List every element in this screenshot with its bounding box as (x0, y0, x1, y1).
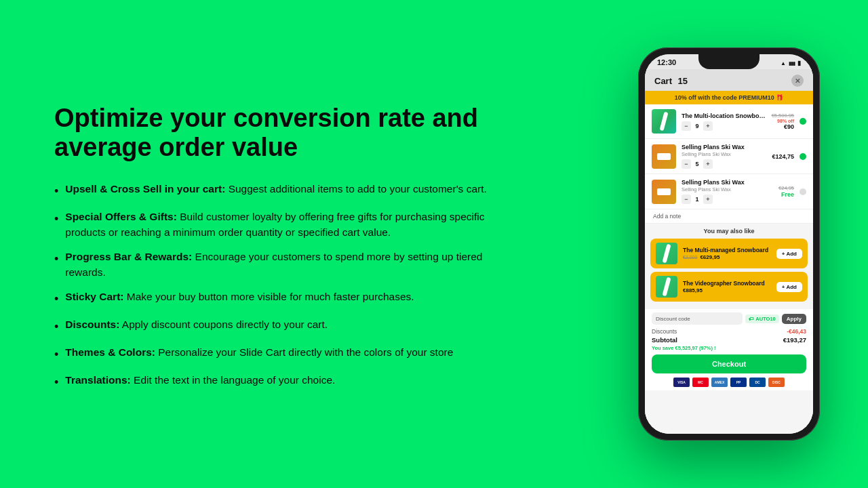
cart-header: Cart 15 ✕ (645, 69, 813, 91)
paypal-icon: PP (730, 378, 747, 387)
upsell-item-1-name: The Multi-managed Snowboard (683, 247, 771, 253)
discount-code-input[interactable]: Discount code (652, 312, 743, 325)
status-time: 12:30 (657, 58, 676, 66)
feature-text-discounts: Discounts: Apply discount coupons direct… (65, 317, 328, 332)
upsell-item-2: The Videographer Snowboard €885,95 + Add (650, 272, 808, 302)
feature-item-discounts: Discounts: Apply discount coupons direct… (54, 317, 515, 336)
cart-close-button[interactable]: ✕ (791, 75, 804, 87)
item-2-image (652, 144, 676, 169)
item-3-name: Selling Plans Ski Wax (682, 179, 773, 186)
cart-count: 15 (677, 76, 687, 86)
page-headline: Optimize your conversion rate and averag… (54, 104, 515, 163)
upsell-item-1-info: The Multi-managed Snowboard €2,000 €629,… (683, 247, 771, 260)
item-2-qty-increase[interactable]: + (703, 159, 713, 169)
feature-item-translations: Translations: Edit the text in the langu… (54, 373, 515, 391)
wifi-icon (781, 58, 786, 66)
feature-text-sticky-cart: Sticky Cart: Make your buy button more v… (65, 289, 414, 304)
item-1-dot (800, 118, 806, 125)
item-1-old-price: €5,500.95 (772, 113, 794, 119)
upsell-item-1: The Multi-managed Snowboard €2,000 €629,… (650, 239, 808, 268)
item-1-image (652, 109, 676, 134)
upsell-item-2-new: €885,95 (683, 287, 703, 293)
discount-tag: 🏷 AUTO10 (745, 314, 778, 323)
upsell-section-title: You may also like (650, 228, 808, 235)
feature-text-progress-bar: Progress Bar & Rewards: Encourage your c… (65, 249, 515, 280)
upsell-item-1-new: €629,95 (700, 254, 719, 260)
left-column: Optimize your conversion rate and averag… (54, 27, 604, 461)
item-1-name: The Multi-location Snowboard (682, 113, 766, 119)
cart-item-2: Selling Plans Ski Wax Selling Plans Ski … (645, 139, 813, 174)
cart-title: Cart (654, 76, 672, 86)
right-column: 12:30 Cart 15 ✕ (631, 27, 827, 461)
item-2-name: Selling Plans Ski Wax (682, 144, 766, 150)
wax-icon-2 (657, 188, 671, 195)
upsell-item-1-prices: €2,000 €629,95 (683, 254, 771, 260)
cart-footer: Discount code 🏷 AUTO10 Apply Discounts (645, 309, 813, 390)
item-2-sub: Selling Plans Ski Wax (682, 151, 766, 157)
phone-screen: 12:30 Cart 15 ✕ (645, 54, 813, 434)
item-3-image (652, 180, 676, 204)
upsell-item-1-image (656, 243, 677, 264)
item-2-price: €124,75 (772, 153, 794, 160)
upsell-section: You may also like The Multi-managed Snow… (645, 224, 813, 309)
item-3-qty-val: 1 (694, 196, 701, 203)
item-1-qty-increase[interactable]: + (703, 121, 713, 131)
diners-icon: DC (749, 378, 766, 387)
discover-icon: DISC (768, 378, 785, 387)
upsell-item-2-name: The Videographer Snowboard (683, 280, 771, 287)
item-1-qty-val: 9 (694, 123, 701, 129)
upsell-item-1-old: €2,000 (683, 255, 697, 260)
page-layout: Optimize your conversion rate and averag… (0, 0, 868, 488)
features-list: Upsell & Cross Sell in your cart: Sugges… (54, 182, 604, 391)
upsell-item-2-add-button[interactable]: + Add (776, 282, 802, 292)
wax-icon-1 (657, 153, 671, 160)
feature-text-themes: Themes & Colors: Personalize your Slide … (65, 345, 453, 360)
payment-icons: VISA MC AMEX PP DC DISC (652, 378, 806, 387)
item-3-qty-control: − 1 + (682, 195, 773, 204)
amex-icon: AMEX (711, 378, 728, 387)
item-1-qty-control: − 9 + (682, 121, 766, 131)
item-2-dot (800, 153, 806, 160)
discounts-amount: -€46,43 (787, 328, 806, 335)
upsell-item-2-image (656, 276, 677, 298)
cart-item-3: Selling Plans Ski Wax Selling Plans Ski … (645, 174, 813, 209)
discount-row: Discount code 🏷 AUTO10 Apply (652, 312, 806, 325)
feature-item-sticky-cart: Sticky Cart: Make your buy button more v… (54, 289, 515, 308)
item-3-qty-decrease[interactable]: − (682, 195, 691, 204)
cart-screen: Cart 15 ✕ 10% off with the code PREMIUM1… (645, 69, 813, 434)
item-3-old-price: €24,95 (778, 185, 794, 191)
apply-discount-button[interactable]: Apply (782, 314, 806, 324)
item-2-qty-decrease[interactable]: − (682, 159, 691, 169)
snowboard-icon (659, 112, 668, 131)
add-note[interactable]: Add a note (645, 209, 813, 224)
signal-icon (789, 58, 795, 66)
cart-body: The Multi-location Snowboard − 9 + €5,50… (645, 104, 813, 434)
subtotal-value: €193,27 (783, 336, 806, 344)
item-3-info: Selling Plans Ski Wax Selling Plans Ski … (682, 179, 773, 204)
upsell-item-1-add-button[interactable]: + Add (776, 249, 802, 259)
item-1-new-price: €90 (772, 123, 794, 130)
subtotal-label: Subtotal (652, 336, 677, 344)
item-1-info: The Multi-location Snowboard − 9 + (682, 113, 766, 131)
savings-row: You save €5,525,97 (97%) ! (652, 345, 806, 351)
item-2-qty-control: − 5 + (682, 159, 766, 169)
phone-mockup: 12:30 Cart 15 ✕ (638, 47, 820, 441)
item-3-dot (800, 188, 806, 195)
checkout-button[interactable]: Checkout (652, 354, 806, 373)
upsell-item-2-info: The Videographer Snowboard €885,95 (683, 280, 771, 293)
discounts-row: Discounts -€46,43 (652, 328, 806, 335)
item-2-info: Selling Plans Ski Wax Selling Plans Ski … (682, 144, 766, 169)
feature-text-upsell: Upsell & Cross Sell in your cart: Sugges… (65, 182, 487, 197)
item-1-price: €5,500.95 98% off €90 (772, 113, 794, 130)
feature-item-special-offers: Special Offers & Gifts: Build customer l… (54, 209, 515, 240)
phone-notch (698, 54, 760, 69)
subtotal-row: Subtotal €193,27 (652, 336, 806, 344)
item-3-qty-increase[interactable]: + (703, 195, 713, 204)
status-icons (781, 58, 801, 66)
upsell-item-2-prices: €885,95 (683, 287, 771, 293)
feature-item-progress-bar: Progress Bar & Rewards: Encourage your c… (54, 249, 515, 280)
item-3-sub: Selling Plans Ski Wax (682, 186, 773, 192)
item-2-new-price: €124,75 (772, 153, 794, 160)
item-1-qty-decrease[interactable]: − (682, 121, 691, 131)
item-3-free-price: Free (778, 191, 794, 198)
